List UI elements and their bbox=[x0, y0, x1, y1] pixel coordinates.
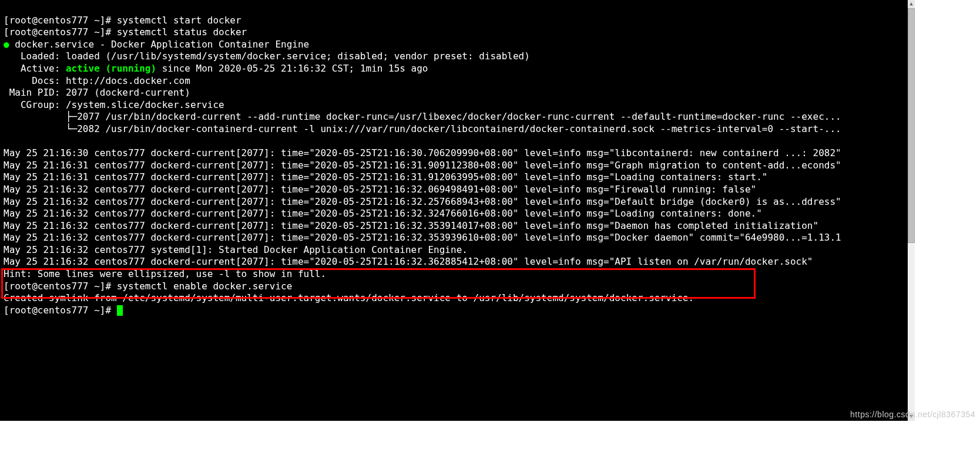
cursor-icon bbox=[117, 305, 123, 316]
loaded-line: Loaded: loaded (/usr/lib/systemd/system/… bbox=[4, 50, 530, 62]
scrollbar-thumb[interactable] bbox=[908, 8, 915, 243]
page-margin bbox=[915, 0, 980, 421]
scroll-up-button[interactable]: ▲ bbox=[908, 0, 915, 8]
enable-output: Created symlink from /etc/systemd/system… bbox=[4, 292, 694, 303]
service-header: docker.service - Docker Application Cont… bbox=[15, 39, 309, 50]
log-line: May 25 21:16:32 centos777 dockerd-curren… bbox=[4, 208, 762, 219]
status-dot-icon: ● bbox=[4, 39, 15, 50]
log-line: May 25 21:16:32 centos777 dockerd-curren… bbox=[4, 184, 756, 195]
command-text: systemctl status docker bbox=[117, 26, 247, 38]
log-line: May 25 21:16:32 centos777 systemd[1]: St… bbox=[4, 244, 468, 255]
process-line: ├─2077 /usr/bin/dockerd-current --add-ru… bbox=[4, 111, 841, 122]
log-line: May 25 21:16:30 centos777 dockerd-curren… bbox=[4, 147, 841, 158]
cgroup-line: CGroup: /system.slice/docker.service bbox=[4, 99, 224, 110]
active-label: Active: bbox=[4, 63, 66, 74]
shell-prompt: [root@centos777 ~]# bbox=[4, 26, 117, 38]
watermark-text: https://blog.csdn.net/cjl8367354 bbox=[850, 409, 975, 421]
log-line: May 25 21:16:32 centos777 dockerd-curren… bbox=[4, 196, 841, 207]
hint-line: Hint: Some lines were ellipsized, use -l… bbox=[4, 268, 326, 279]
shell-prompt: [root@centos777 ~]# bbox=[4, 305, 117, 316]
shell-prompt: [root@centos777 ~]# bbox=[4, 281, 117, 292]
shell-prompt: [root@centos777 ~]# bbox=[4, 15, 117, 26]
active-since: since Mon 2020-05-25 21:16:32 CST; 1min … bbox=[156, 63, 428, 74]
scrollbar-track[interactable]: ▲ ▼ bbox=[908, 0, 915, 421]
command-text: systemctl enable docker.service bbox=[117, 281, 293, 292]
process-line: └─2082 /usr/bin/docker-containerd-curren… bbox=[4, 123, 841, 134]
log-line: May 25 21:16:31 centos777 dockerd-curren… bbox=[4, 160, 841, 171]
docs-line: Docs: http://docs.docker.com bbox=[4, 75, 190, 86]
command-text: systemctl start docker bbox=[117, 15, 241, 26]
terminal[interactable]: [root@centos777 ~]# systemctl start dock… bbox=[0, 0, 908, 421]
log-line: May 25 21:16:32 centos777 dockerd-curren… bbox=[4, 256, 813, 267]
log-line: May 25 21:16:32 centos777 dockerd-curren… bbox=[4, 220, 818, 231]
mainpid-line: Main PID: 2077 (dockerd-current) bbox=[4, 87, 190, 98]
log-line: May 25 21:16:31 centos777 dockerd-curren… bbox=[4, 171, 767, 183]
active-status: active (running) bbox=[66, 63, 156, 74]
log-line: May 25 21:16:32 centos777 dockerd-curren… bbox=[4, 232, 841, 243]
